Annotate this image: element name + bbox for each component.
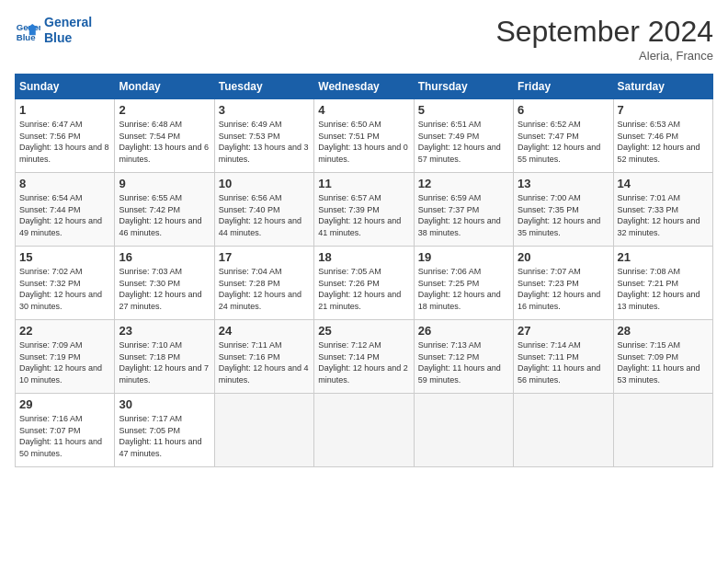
day-number: 24 xyxy=(219,324,310,338)
day-number: 11 xyxy=(318,177,409,190)
day-info: Sunrise: 7:11 AM Sunset: 7:16 PM Dayligh… xyxy=(219,339,310,385)
day-info: Sunrise: 6:59 AM Sunset: 7:37 PM Dayligh… xyxy=(418,192,509,238)
day-info: Sunrise: 6:49 AM Sunset: 7:53 PM Dayligh… xyxy=(219,119,310,165)
day-cell: 15 Sunrise: 7:02 AM Sunset: 7:32 PM Dayl… xyxy=(16,247,115,320)
day-info: Sunrise: 6:50 AM Sunset: 7:51 PM Dayligh… xyxy=(318,119,409,165)
day-number: 20 xyxy=(518,250,609,264)
day-number: 2 xyxy=(119,103,210,117)
day-number: 4 xyxy=(318,103,409,117)
col-sunday: Sunday xyxy=(16,75,115,99)
day-info: Sunrise: 6:55 AM Sunset: 7:42 PM Dayligh… xyxy=(119,192,210,238)
day-info: Sunrise: 7:01 AM Sunset: 7:33 PM Dayligh… xyxy=(618,192,709,238)
day-number: 27 xyxy=(518,324,609,338)
day-number: 25 xyxy=(318,324,409,338)
day-cell: 14 Sunrise: 7:01 AM Sunset: 7:33 PM Dayl… xyxy=(613,173,712,247)
day-cell: 1 Sunrise: 6:47 AM Sunset: 7:56 PM Dayli… xyxy=(16,99,115,173)
day-cell: 24 Sunrise: 7:11 AM Sunset: 7:16 PM Dayl… xyxy=(214,320,313,394)
day-number: 23 xyxy=(119,324,210,338)
day-info: Sunrise: 7:12 AM Sunset: 7:14 PM Dayligh… xyxy=(318,339,409,385)
day-number: 22 xyxy=(19,324,110,338)
day-cell: 18 Sunrise: 7:05 AM Sunset: 7:26 PM Dayl… xyxy=(314,247,414,320)
day-cell: 28 Sunrise: 7:15 AM Sunset: 7:09 PM Dayl… xyxy=(613,320,712,394)
day-number: 26 xyxy=(418,324,509,338)
day-cell: 26 Sunrise: 7:13 AM Sunset: 7:12 PM Dayl… xyxy=(414,320,513,394)
col-tuesday: Tuesday xyxy=(214,75,313,99)
day-cell: 13 Sunrise: 7:00 AM Sunset: 7:35 PM Dayl… xyxy=(514,173,613,247)
day-cell: 20 Sunrise: 7:07 AM Sunset: 7:23 PM Dayl… xyxy=(514,247,613,320)
day-number: 21 xyxy=(618,250,709,264)
title-block: September 2024 Aleria, France xyxy=(495,15,713,63)
day-info: Sunrise: 6:53 AM Sunset: 7:46 PM Dayligh… xyxy=(618,119,709,165)
calendar-table: SundayMondayTuesdayWednesdayThursdayFrid… xyxy=(15,74,713,467)
day-cell: 29 Sunrise: 7:16 AM Sunset: 7:07 PM Dayl… xyxy=(16,394,115,467)
day-number: 1 xyxy=(19,103,110,117)
day-cell: 21 Sunrise: 7:08 AM Sunset: 7:21 PM Dayl… xyxy=(613,247,712,320)
day-number: 29 xyxy=(19,397,110,411)
week-row-2: 8 Sunrise: 6:54 AM Sunset: 7:44 PM Dayli… xyxy=(16,173,713,247)
day-info: Sunrise: 7:06 AM Sunset: 7:25 PM Dayligh… xyxy=(418,266,509,312)
day-cell: 12 Sunrise: 6:59 AM Sunset: 7:37 PM Dayl… xyxy=(414,173,513,247)
day-number: 19 xyxy=(418,250,509,264)
day-info: Sunrise: 7:00 AM Sunset: 7:35 PM Dayligh… xyxy=(518,192,609,238)
day-cell: 5 Sunrise: 6:51 AM Sunset: 7:49 PM Dayli… xyxy=(414,99,513,173)
day-number: 9 xyxy=(119,177,210,190)
logo: General Blue General Blue xyxy=(15,15,92,46)
day-cell: 27 Sunrise: 7:14 AM Sunset: 7:11 PM Dayl… xyxy=(514,320,613,394)
col-saturday: Saturday xyxy=(613,75,712,99)
day-info: Sunrise: 6:51 AM Sunset: 7:49 PM Dayligh… xyxy=(418,119,509,165)
day-cell xyxy=(414,394,513,467)
col-thursday: Thursday xyxy=(414,75,513,99)
day-info: Sunrise: 7:08 AM Sunset: 7:21 PM Dayligh… xyxy=(618,266,709,312)
day-cell xyxy=(314,394,414,467)
week-row-5: 29 Sunrise: 7:16 AM Sunset: 7:07 PM Dayl… xyxy=(16,394,713,467)
week-row-4: 22 Sunrise: 7:09 AM Sunset: 7:19 PM Dayl… xyxy=(16,320,713,394)
day-info: Sunrise: 7:03 AM Sunset: 7:30 PM Dayligh… xyxy=(119,266,210,312)
day-number: 15 xyxy=(19,250,110,264)
logo-icon: General Blue xyxy=(15,17,40,43)
day-cell xyxy=(214,394,313,467)
day-cell xyxy=(514,394,613,467)
day-info: Sunrise: 7:14 AM Sunset: 7:11 PM Dayligh… xyxy=(518,339,609,385)
col-monday: Monday xyxy=(115,75,214,99)
day-info: Sunrise: 7:09 AM Sunset: 7:19 PM Dayligh… xyxy=(19,339,110,385)
calendar-header-row: SundayMondayTuesdayWednesdayThursdayFrid… xyxy=(16,75,713,99)
day-number: 30 xyxy=(119,397,210,411)
page-header: General Blue General Blue September 2024… xyxy=(15,15,713,63)
day-cell: 30 Sunrise: 7:17 AM Sunset: 7:05 PM Dayl… xyxy=(115,394,214,467)
day-cell: 16 Sunrise: 7:03 AM Sunset: 7:30 PM Dayl… xyxy=(115,247,214,320)
day-cell: 6 Sunrise: 6:52 AM Sunset: 7:47 PM Dayli… xyxy=(514,99,613,173)
day-number: 3 xyxy=(219,103,310,117)
day-cell: 19 Sunrise: 7:06 AM Sunset: 7:25 PM Dayl… xyxy=(414,247,513,320)
day-info: Sunrise: 7:04 AM Sunset: 7:28 PM Dayligh… xyxy=(219,266,310,312)
day-cell: 3 Sunrise: 6:49 AM Sunset: 7:53 PM Dayli… xyxy=(214,99,313,173)
logo-blue: Blue xyxy=(44,30,92,46)
day-cell: 7 Sunrise: 6:53 AM Sunset: 7:46 PM Dayli… xyxy=(613,99,712,173)
day-number: 8 xyxy=(19,177,110,190)
day-number: 28 xyxy=(618,324,709,338)
day-info: Sunrise: 6:48 AM Sunset: 7:54 PM Dayligh… xyxy=(119,119,210,165)
day-info: Sunrise: 6:56 AM Sunset: 7:40 PM Dayligh… xyxy=(219,192,310,238)
day-cell: 11 Sunrise: 6:57 AM Sunset: 7:39 PM Dayl… xyxy=(314,173,414,247)
day-info: Sunrise: 7:15 AM Sunset: 7:09 PM Dayligh… xyxy=(618,339,709,385)
col-friday: Friday xyxy=(514,75,613,99)
week-row-3: 15 Sunrise: 7:02 AM Sunset: 7:32 PM Dayl… xyxy=(16,247,713,320)
day-cell xyxy=(613,394,712,467)
day-info: Sunrise: 6:47 AM Sunset: 7:56 PM Dayligh… xyxy=(19,119,110,165)
day-number: 17 xyxy=(219,250,310,264)
day-info: Sunrise: 7:10 AM Sunset: 7:18 PM Dayligh… xyxy=(119,339,210,385)
day-info: Sunrise: 7:13 AM Sunset: 7:12 PM Dayligh… xyxy=(418,339,509,385)
col-wednesday: Wednesday xyxy=(314,75,414,99)
day-info: Sunrise: 6:52 AM Sunset: 7:47 PM Dayligh… xyxy=(518,119,609,165)
day-info: Sunrise: 6:57 AM Sunset: 7:39 PM Dayligh… xyxy=(318,192,409,238)
location: Aleria, France xyxy=(495,49,713,63)
day-cell: 25 Sunrise: 7:12 AM Sunset: 7:14 PM Dayl… xyxy=(314,320,414,394)
day-cell: 8 Sunrise: 6:54 AM Sunset: 7:44 PM Dayli… xyxy=(16,173,115,247)
day-info: Sunrise: 7:05 AM Sunset: 7:26 PM Dayligh… xyxy=(318,266,409,312)
day-cell: 22 Sunrise: 7:09 AM Sunset: 7:19 PM Dayl… xyxy=(16,320,115,394)
calendar-body: 1 Sunrise: 6:47 AM Sunset: 7:56 PM Dayli… xyxy=(16,99,713,467)
day-info: Sunrise: 7:17 AM Sunset: 7:05 PM Dayligh… xyxy=(119,413,210,459)
day-cell: 10 Sunrise: 6:56 AM Sunset: 7:40 PM Dayl… xyxy=(214,173,313,247)
day-number: 14 xyxy=(618,177,709,190)
day-cell: 9 Sunrise: 6:55 AM Sunset: 7:42 PM Dayli… xyxy=(115,173,214,247)
day-info: Sunrise: 7:16 AM Sunset: 7:07 PM Dayligh… xyxy=(19,413,110,459)
